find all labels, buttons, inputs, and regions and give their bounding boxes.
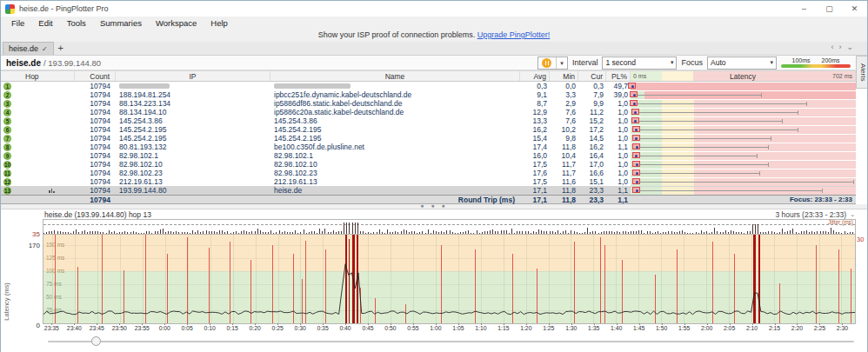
timeline-title: heise.de (193.99.144.80) hop 13 [44,210,151,219]
hop-row-12[interactable]: 1210794212.19.61.13212.19.61.1317,511,61… [1,177,856,186]
hop-row-5[interactable]: 510794145.254.3.86145.254.3.8613,37,615,… [1,116,856,125]
time-tick-label: 1:35 [588,325,599,331]
pl-cell: 39,0 [606,90,631,99]
alerts-side-tab[interactable]: Alerts [856,56,867,89]
menu-help[interactable]: Help [204,17,235,30]
target-host: heise.de [6,58,41,68]
hop-row-2[interactable]: 210794188.194.81.254ipbcc251fe.dynamic.k… [1,90,856,99]
hop-row-6[interactable]: 610794145.254.2.195145.254.2.19516,210,2… [1,125,856,134]
scrollbar-thumb[interactable] [91,336,101,346]
hop-number-badge: 3 [3,100,11,108]
latency-bar-cell [631,99,856,108]
latency-bar-cell [631,151,856,160]
latency-axis-min: 0 [37,322,40,329]
min-cell: 11,7 [550,169,578,177]
name-cell: 82.98.102.1 [270,151,520,160]
tab-scroll-right-icon[interactable]: › [838,43,841,51]
avg-cell: 17,4 [520,143,550,151]
hop-row-7[interactable]: 710794145.254.2.195145.254.2.19515,49,81… [1,134,856,143]
hop-row-1[interactable]: 1107940,30,00,349,7 [1,82,856,90]
avg-cell: 17,1 [520,186,550,195]
latency-max-tick [853,180,854,184]
pl-cell: 1,0 [606,169,631,177]
app-icon [5,4,15,14]
tab-heise[interactable]: heise.de ✓ [3,42,54,55]
count-cell: 10794 [75,116,116,125]
hop-row-3[interactable]: 31079488.134.223.134ip5886df86.static.ka… [1,99,856,108]
hop-row-8[interactable]: 81079480.81.193.132be100.c350f.de.plusli… [1,143,856,151]
menu-workspace[interactable]: Workspace [149,17,204,30]
latency-range-whisker [635,112,798,113]
time-tick-label: 2:05 [724,325,735,331]
minimize-button[interactable]: – [791,1,817,17]
hop-number-badge: 4 [3,109,11,116]
close-button[interactable]: ✕ [842,1,867,17]
pl-cell: 1,0 [606,125,631,134]
jitter-bar [352,222,353,234]
tab-scroll-left-icon[interactable]: ‹ [831,43,833,51]
focus-select[interactable]: Auto ▾ [707,56,777,70]
name-cell: 82.98.102.10 [270,160,520,169]
avg-latency-marker [632,152,640,158]
count-cell: 10794 [75,90,116,99]
ip-cell: 88.134.223.134 [116,99,270,108]
menu-tools[interactable]: Tools [60,17,93,30]
interval-select[interactable]: 1 second ▾ [602,56,677,70]
latency-max-tick [768,145,769,149]
latency-range-whisker [633,103,806,104]
min-cell: 7,6 [550,116,578,125]
menu-summaries[interactable]: Summaries [93,17,149,30]
name-cell: heise.de [270,186,520,195]
tab-list-dropdown-icon[interactable]: ⌄ [846,43,853,51]
chevron-down-icon: ▾ [671,59,674,66]
menu-file[interactable]: File [4,17,31,30]
name-cell: ip5886df86.static.kabel-deutschland.de [270,99,520,108]
count-cell: 10794 [75,143,116,151]
pl-cell: 1,1 [606,143,631,151]
pause-dropdown-icon[interactable]: ▾ [556,57,567,69]
time-tick-label: 23:55 [135,325,150,331]
timeline-scrollbar[interactable] [43,335,856,347]
hop-row-10[interactable]: 101079482.98.102.1082.98.102.1017,511,71… [1,160,856,169]
time-tick-label: 0:55 [407,325,418,331]
latency-max-tick [806,102,807,106]
ip-cell: 82.98.102.23 [116,169,270,177]
latency-max-tick [782,119,783,123]
time-tick-label: 1:25 [543,325,554,331]
hop-number-badge: 7 [3,135,11,143]
titlebar: heise.de - PingPlotter Pro – ▢ ✕ [1,1,867,17]
avg-latency-marker [631,109,639,115]
time-tick-label: 0:20 [250,325,261,331]
latency-range-whisker [636,156,757,156]
avg-cell: 17,5 [520,160,550,169]
menu-edit[interactable]: Edit [31,17,59,30]
avg-cell: 8,7 [520,99,550,108]
min-cell: 10,2 [550,125,578,134]
pause-icon [542,58,551,68]
new-tab-button[interactable]: + [54,42,68,55]
hop-row-9[interactable]: 91079482.98.102.182.98.102.116,010,416,4… [1,151,856,160]
focus-label: Focus [681,58,703,67]
avg-cell: 15,4 [520,134,550,143]
tab-label: heise.de [9,44,38,53]
latency-max-tick [798,110,798,115]
maximize-button[interactable]: ▢ [817,1,842,17]
pause-button[interactable]: ▾ [537,56,568,70]
col-header-name: Name [270,71,520,81]
latency-bar-cell [631,160,856,169]
jitter-bar [831,228,831,234]
upgrade-link[interactable]: Upgrade PingPlotter! [477,30,551,39]
avg-cell: 13,3 [520,116,550,125]
legend-gradient-bar [781,64,851,68]
target-ip: / 193.99.144.80 [43,58,101,68]
latency-time-graph[interactable]: 150 ms125 ms100 ms75 ms50 ms25 ms [43,234,856,324]
scrollbar-track[interactable] [48,341,854,342]
jitter-graph: Jitter (ms) [43,219,856,234]
time-range-selector[interactable]: 3 hours (23:33 - 2:33) ⌄ [775,210,855,219]
hop-row-13[interactable]: 1310794193.99.144.80heise.de17,111,823,3… [1,186,856,195]
avg-latency-marker [630,91,638,97]
ip-cell: 145.254.2.195 [116,134,270,143]
jitter-bar [752,224,753,234]
hop-row-11[interactable]: 111079482.98.102.2382.98.102.2317,611,71… [1,169,856,177]
hop-row-4[interactable]: 41079488.134.194.10ip5886c20a.static.kab… [1,108,856,116]
